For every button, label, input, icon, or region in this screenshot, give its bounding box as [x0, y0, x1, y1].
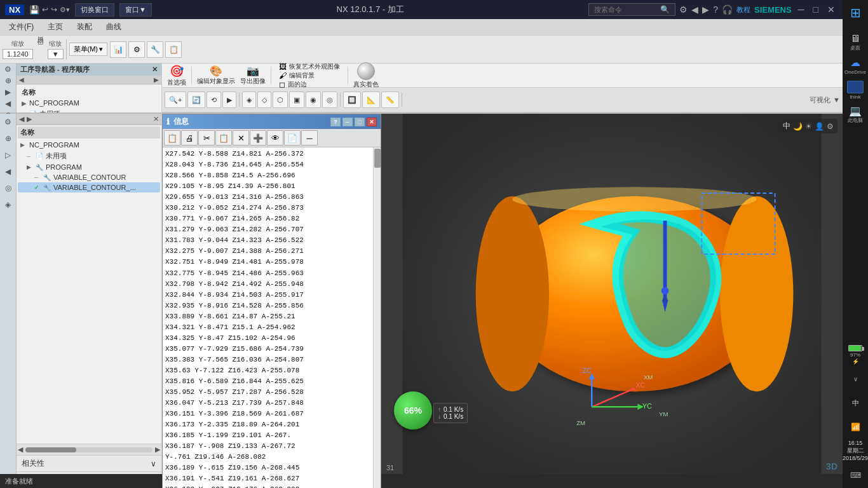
tray-expand-button[interactable]: ∨	[845, 369, 865, 389]
vpt-icon-4[interactable]: ▶	[222, 92, 236, 108]
vpt-icon-2[interactable]: 🔄	[187, 92, 205, 108]
save-icon[interactable]: 💾	[29, 5, 39, 15]
vpt-icon-9[interactable]: ◉	[306, 92, 321, 108]
lnav-icon-4[interactable]: ◀	[1, 99, 15, 108]
tb-icon-2[interactable]: ⚙	[128, 41, 145, 58]
vpt-icon-11[interactable]: 🔲	[343, 92, 361, 108]
edit-bg-btn[interactable]: 🖌 编辑背景	[279, 71, 340, 80]
keyboard-icon[interactable]: ⌨	[845, 465, 865, 485]
restore-art-btn[interactable]: 🖼 恢复艺术外观图像	[279, 62, 340, 71]
menu-m-button[interactable]: 菜单(M)▾	[69, 43, 108, 56]
info-text[interactable]: X27.542 Y-8.588 Z14.821 A-256.372 X28.04…	[163, 147, 373, 488]
menu-file[interactable]: 文件(F)	[3, 20, 40, 34]
sidebar-toggle-right[interactable]: ▶	[27, 115, 32, 123]
tree-variable2[interactable]: ✓ 🔧 VARIABLE_CONTOUR_...	[18, 182, 160, 193]
info-help-btn[interactable]: ?	[330, 118, 341, 126]
sidebar-close-x[interactable]: ✕	[153, 115, 159, 123]
window-button[interactable]: 窗口▼	[119, 3, 152, 17]
left-tool-5[interactable]: ◎	[1, 181, 15, 195]
vp-icon-zhong[interactable]: 中	[783, 121, 790, 132]
menu-home[interactable]: 主页	[41, 20, 69, 34]
3d-viewport[interactable]: XC YC ZC XM YM ZM 66%	[381, 114, 843, 474]
info-tb-copy[interactable]: 📋	[215, 130, 232, 146]
vpt-icon-7[interactable]: ⬡	[273, 92, 288, 108]
visualize-arrow[interactable]: ▼	[833, 96, 840, 104]
sidebar-nav-next[interactable]: ▶	[154, 76, 159, 83]
left-tool-6[interactable]: ◈	[1, 198, 15, 212]
sidebar-scroll-left[interactable]: ◀	[18, 445, 23, 454]
info-window-header[interactable]: ℹ 信息 ? ─ □ ✕	[163, 114, 381, 129]
tree-unused[interactable]: ─ 📄 未用项	[18, 150, 160, 162]
minimize-btn[interactable]: ─	[796, 4, 807, 15]
left-tool-2[interactable]: ⊕	[1, 132, 15, 146]
vp-icon-moon[interactable]: 🌙	[793, 122, 803, 131]
tree-variable1[interactable]: ─ 🔧 VARIABLE_CONTOUR	[18, 172, 160, 182]
sidebar-toggle-left[interactable]: ◀	[19, 115, 24, 123]
info-tb-page[interactable]: 📄	[284, 130, 301, 146]
left-tool-4[interactable]: ◀	[1, 165, 15, 179]
lnav-icon-1[interactable]: ⚙	[1, 65, 15, 74]
info-tb-delete[interactable]: ✕	[233, 130, 249, 146]
tree-nc-program[interactable]: ▶ NC_PROGRAM	[18, 140, 160, 150]
left-tool-3[interactable]: ▷	[1, 148, 15, 162]
tb-icon-4[interactable]: 📋	[165, 41, 182, 58]
sidebar-nav-prev[interactable]: ◀	[19, 76, 24, 83]
tree-item-unused[interactable]: 📄 未用项	[19, 108, 159, 112]
headset-btn[interactable]: 🎧	[722, 4, 733, 15]
redo-icon[interactable]: ↪	[51, 5, 57, 14]
info-maximize-btn[interactable]: □	[355, 118, 365, 126]
info-tb-print[interactable]: 🖨	[181, 130, 198, 146]
vp-icon-person[interactable]: 👤	[815, 122, 824, 131]
tb-icon-1[interactable]: 📊	[110, 41, 126, 58]
info-tb-clipboard[interactable]: 📋	[164, 130, 180, 146]
info-tb-eye[interactable]: 👁	[267, 130, 283, 146]
info-scrollbar-thumb[interactable]	[374, 149, 381, 168]
lnav-icon-3[interactable]: ▶	[1, 88, 15, 97]
info-close-btn[interactable]: ✕	[367, 118, 377, 126]
desktop-icon[interactable]: 🖥 桌面	[845, 32, 865, 52]
close-btn[interactable]: ✕	[825, 4, 837, 15]
tree-item-nc-program[interactable]: ▶ NC_PROGRAM	[19, 98, 159, 108]
vpt-icon-12[interactable]: 📐	[362, 92, 380, 108]
help-fwd-btn[interactable]: ▶	[702, 4, 709, 15]
edit-display-btn[interactable]: 🎨 编辑对象显示	[197, 65, 235, 86]
vp-icon-gear[interactable]: ⚙	[827, 122, 834, 131]
vp-icon-sun[interactable]: ☀	[805, 122, 812, 131]
maximize-btn[interactable]: □	[811, 4, 821, 15]
vpt-icon-3[interactable]: ⟲	[207, 92, 221, 108]
scale-dropdown[interactable]: ▼	[48, 49, 64, 59]
info-minimize-btn[interactable]: ─	[342, 118, 353, 126]
sidebar-scroll-right[interactable]: ▶	[155, 445, 160, 454]
lnav-icon-2[interactable]: ⊕	[1, 76, 15, 85]
export-image-btn[interactable]: 📷 导出图像	[240, 65, 266, 86]
vpt-icon-13[interactable]: 📏	[381, 92, 399, 108]
realistic-shading-btn[interactable]: 真实着色	[353, 62, 379, 89]
vpt-icon-5[interactable]: ◈	[242, 92, 256, 108]
help-btn[interactable]: ?	[713, 4, 718, 15]
vpt-icon-10[interactable]: ◎	[322, 92, 337, 108]
first-select-btn[interactable]: 🎯 首选项	[167, 64, 186, 87]
switch-window-button[interactable]: 切换窗口	[75, 3, 114, 17]
think-icon[interactable]: think	[845, 80, 865, 100]
menu-curve[interactable]: 曲线	[100, 20, 128, 34]
menu-assembly[interactable]: 装配	[71, 20, 98, 34]
info-tb-cut[interactable]: ✂	[198, 130, 215, 146]
vpt-icon-6[interactable]: ◇	[257, 92, 271, 108]
language-indicator[interactable]: 中	[845, 393, 865, 413]
tree-program[interactable]: ▶ 🔧 PROGRAM	[18, 162, 160, 172]
undo-icon[interactable]: ↩	[42, 5, 48, 14]
tb-icon-3[interactable]: 🔧	[147, 41, 163, 58]
zoom-value[interactable]: 1.1240	[3, 49, 33, 59]
info-scrollbar[interactable]	[373, 147, 381, 488]
this-pc-icon[interactable]: 💻 此电脑	[845, 104, 865, 125]
customize-icon[interactable]: ⚙▾	[60, 6, 70, 14]
search-input[interactable]	[594, 6, 658, 13]
tutorial-btn[interactable]: 教程	[736, 5, 750, 15]
start-button[interactable]: ⊞	[845, 3, 865, 23]
settings-btn[interactable]: ⚙	[679, 4, 688, 15]
vpt-icon-8[interactable]: ▣	[289, 92, 304, 108]
related-section[interactable]: 相关性 ∨	[17, 455, 161, 471]
vpt-icon-1[interactable]: 🔍+	[165, 92, 186, 108]
help-back-btn[interactable]: ◀	[691, 4, 698, 15]
info-tb-minus[interactable]: ─	[301, 130, 318, 146]
